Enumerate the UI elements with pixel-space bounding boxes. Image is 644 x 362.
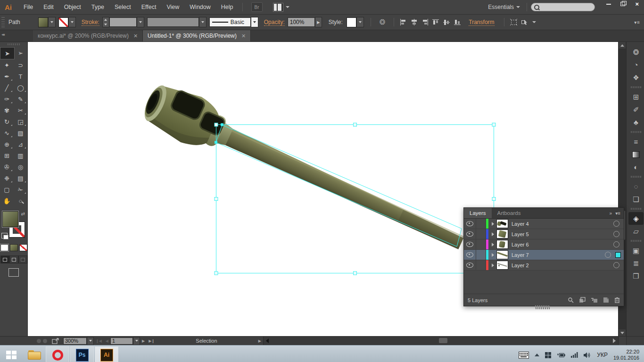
stroke-weight-stepper[interactable]	[102, 17, 109, 27]
visibility-toggle[interactable]	[464, 239, 476, 249]
new-sublayer-icon[interactable]	[591, 297, 598, 303]
zoom-dropdown[interactable]	[87, 337, 94, 345]
align-right-icon[interactable]	[421, 18, 429, 26]
volume-icon[interactable]	[584, 352, 591, 358]
line-segment-tool[interactable]: ╱	[0, 82, 14, 93]
panel-menu-icon[interactable]: ▾≡	[615, 211, 620, 216]
isolate-selected-object-icon[interactable]	[510, 18, 518, 26]
start-button[interactable]	[0, 346, 23, 362]
transform-link[interactable]: Transform	[469, 19, 494, 26]
artboard-number-field[interactable]: 1	[110, 337, 133, 345]
align-center-icon[interactable]	[410, 18, 418, 26]
hand-tool[interactable]: ✋	[0, 195, 14, 206]
width-profile-dropdown[interactable]	[199, 17, 206, 27]
visibility-toggle[interactable]	[464, 229, 476, 239]
pencil-tool[interactable]: ✎	[14, 93, 27, 105]
target-circle[interactable]	[613, 221, 619, 227]
magic-wand-tool[interactable]: ✦	[0, 59, 14, 71]
stroke-weight-dropdown[interactable]	[137, 17, 144, 27]
color-themes-panel-icon[interactable]: ❖	[628, 71, 644, 84]
layer-row-layer-5[interactable]: Layer 5	[464, 229, 624, 239]
direct-selection-tool[interactable]: ➢	[14, 47, 27, 58]
column-graph-tool[interactable]: ▤	[14, 173, 27, 184]
stroke-color-swatch[interactable]	[58, 17, 68, 27]
network-signal-icon[interactable]	[571, 352, 578, 358]
color-button[interactable]	[0, 244, 8, 251]
search-input[interactable]	[531, 3, 595, 11]
zoom-tool[interactable]: ○	[14, 195, 27, 206]
ellipse-tool[interactable]: ◯	[14, 82, 27, 93]
visibility-toggle[interactable]	[464, 219, 476, 229]
menu-effect[interactable]: Effect	[136, 4, 162, 10]
menu-object[interactable]: Object	[59, 4, 86, 10]
gradient-button[interactable]	[10, 244, 18, 251]
style-dropdown[interactable]	[356, 17, 364, 27]
pen-tool[interactable]: ✒	[0, 71, 14, 82]
show-hidden-icons-arrow[interactable]	[535, 354, 539, 356]
visibility-toggle[interactable]	[464, 250, 476, 260]
none-button[interactable]	[19, 244, 27, 251]
type-tool[interactable]: T	[14, 71, 27, 82]
lock-toggle[interactable]	[476, 219, 486, 229]
pathfinder-panel-icon[interactable]: ❒	[628, 270, 644, 282]
menu-file[interactable]: File	[18, 4, 38, 10]
appearance-panel-icon[interactable]: ◌	[628, 180, 644, 193]
photoshop-button[interactable]: Ps	[70, 346, 94, 362]
expand-arrow-icon[interactable]	[492, 222, 494, 226]
document-tab-2[interactable]: Untitled-1* @ 300% (RGB/Preview) ✕	[143, 30, 251, 41]
graphic-styles-panel-icon[interactable]: ❏	[628, 193, 644, 206]
visibility-toggle[interactable]	[464, 260, 476, 270]
document-tab-1[interactable]: конкурс.ai* @ 200% (RGB/Preview) ✕	[33, 30, 143, 41]
draw-inside-button[interactable]	[18, 255, 27, 263]
layer-row-layer-6[interactable]: Layer 6	[464, 239, 624, 250]
stroke-weight-value[interactable]	[109, 17, 137, 27]
action-center-icon[interactable]	[545, 352, 551, 358]
panel-resize-grip[interactable]	[536, 307, 550, 309]
scroll-down-arrow[interactable]	[619, 329, 626, 336]
control-panel-menu-icon[interactable]: ▾≡	[634, 20, 640, 25]
symbol-sprayer-tool[interactable]: ❉	[0, 173, 14, 184]
bridge-button[interactable]: Br	[251, 2, 263, 12]
menu-window[interactable]: Window	[184, 4, 215, 10]
stroke-color-dropdown[interactable]	[68, 17, 76, 27]
workspace-switcher[interactable]: Essentials	[485, 3, 523, 11]
default-fill-stroke-icon[interactable]	[1, 233, 8, 239]
share-icon[interactable]	[52, 338, 59, 344]
close-button[interactable]: ×	[630, 0, 644, 8]
scissors-tool[interactable]: ✂	[14, 105, 27, 116]
opera-button[interactable]	[46, 346, 69, 362]
fill-color-swatch[interactable]	[38, 17, 48, 27]
selection-tool[interactable]: ➤	[0, 47, 15, 59]
drag-grip[interactable]	[8, 43, 20, 45]
horizontal-scroll-thumb[interactable]	[439, 338, 447, 343]
last-artboard-arrow[interactable]: ▶❙	[149, 339, 155, 343]
restore-button[interactable]	[616, 0, 630, 8]
scroll-right-arrow[interactable]	[611, 337, 617, 344]
lock-toggle[interactable]	[476, 260, 486, 270]
select-similar-objects-icon[interactable]	[520, 18, 528, 26]
tab-artboards[interactable]: Artboards	[492, 208, 527, 218]
status-expand-arrow[interactable]: ▶	[258, 339, 261, 343]
stroke-panel-icon[interactable]: ≡	[628, 135, 644, 148]
target-circle[interactable]	[613, 241, 619, 247]
panel-drag-handle[interactable]	[535, 305, 549, 307]
layer-row-layer-4[interactable]: Layer 4	[464, 219, 624, 229]
drag-grip[interactable]	[1, 17, 5, 27]
gradient-panel-icon[interactable]	[628, 148, 644, 161]
align-left-icon[interactable]	[399, 18, 407, 26]
lock-toggle[interactable]	[476, 250, 486, 260]
horizontal-scrollbar[interactable]	[263, 337, 618, 345]
arrange-documents-button[interactable]	[270, 2, 292, 12]
align-bottom-icon[interactable]	[454, 18, 462, 26]
layer-row-layer-2[interactable]: Layer 2	[464, 260, 624, 271]
recolor-artwork-icon[interactable]: ❂	[380, 18, 386, 26]
delete-layer-icon[interactable]	[614, 297, 620, 303]
artboard-tool[interactable]: ▢	[0, 184, 14, 195]
expand-arrow-icon[interactable]	[492, 232, 494, 236]
zoom-level-value[interactable]: 300%	[63, 337, 87, 345]
language-indicator[interactable]: УКР	[597, 352, 608, 358]
gradient-tool[interactable]: ▥	[14, 150, 27, 161]
menu-select[interactable]: Select	[109, 4, 136, 10]
paintbrush-tool[interactable]: ✑	[0, 93, 14, 105]
fill-color-dropdown[interactable]	[48, 17, 56, 27]
